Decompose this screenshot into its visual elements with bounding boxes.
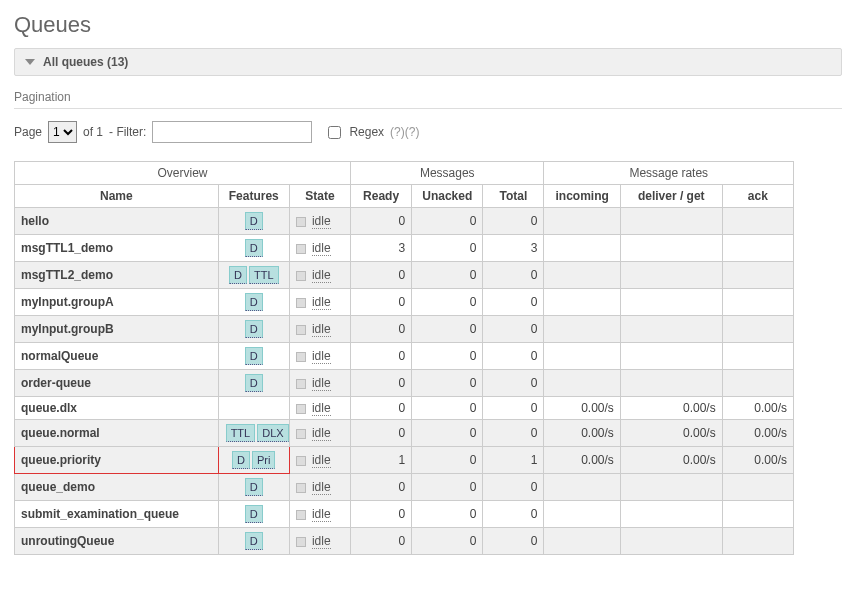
table-row[interactable]: order-queueDidle000 (15, 370, 794, 397)
cell-total: 3 (483, 235, 544, 262)
filter-input[interactable] (152, 121, 312, 143)
cell-deliver_get: 0.00/s (620, 420, 722, 447)
state-indicator-icon (296, 217, 306, 227)
state-indicator-icon (296, 456, 306, 466)
divider (14, 108, 842, 109)
table-row[interactable]: myInput.groupBDidle000 (15, 316, 794, 343)
queue-name[interactable]: queue.priority (15, 447, 219, 474)
queue-name[interactable]: normalQueue (15, 343, 219, 370)
cell-incoming (544, 208, 620, 235)
cell-ready: 3 (351, 235, 412, 262)
cell-deliver_get (620, 208, 722, 235)
cell-ack (722, 528, 793, 555)
state-indicator-icon (296, 244, 306, 254)
cell-ack: 0.00/s (722, 397, 793, 420)
feature-badge: D (245, 212, 263, 230)
col-name[interactable]: Name (15, 185, 219, 208)
state-text: idle (312, 480, 331, 495)
queue-state: idle (289, 262, 350, 289)
queue-name[interactable]: msgTTL2_demo (15, 262, 219, 289)
cell-ready: 0 (351, 289, 412, 316)
queue-features: D (218, 370, 289, 397)
cell-incoming (544, 528, 620, 555)
col-ready[interactable]: Ready (351, 185, 412, 208)
feature-badge: D (245, 347, 263, 365)
cell-ack: 0.00/s (722, 447, 793, 474)
queue-state: idle (289, 528, 350, 555)
table-row[interactable]: myInput.groupADidle000 (15, 289, 794, 316)
page-title: Queues (14, 12, 842, 38)
feature-badge: Pri (252, 451, 275, 469)
cell-incoming (544, 235, 620, 262)
col-features[interactable]: Features (218, 185, 289, 208)
cell-total: 0 (483, 528, 544, 555)
queue-name[interactable]: msgTTL1_demo (15, 235, 219, 262)
chevron-down-icon (25, 59, 35, 65)
cell-incoming (544, 316, 620, 343)
table-row[interactable]: msgTTL2_demoDTTLidle000 (15, 262, 794, 289)
queue-name[interactable]: submit_examination_queue (15, 501, 219, 528)
state-text: idle (312, 322, 331, 337)
cell-total: 0 (483, 262, 544, 289)
state-text: idle (312, 349, 331, 364)
table-row[interactable]: submit_examination_queueDidle000 (15, 501, 794, 528)
table-row[interactable]: queue.priorityDPriidle1010.00/s0.00/s0.0… (15, 447, 794, 474)
cell-unacked: 0 (412, 370, 483, 397)
page-select[interactable]: 1 (48, 121, 77, 143)
cell-total: 1 (483, 447, 544, 474)
cell-total: 0 (483, 343, 544, 370)
cell-unacked: 0 (412, 289, 483, 316)
cell-deliver_get (620, 316, 722, 343)
cell-incoming (544, 262, 620, 289)
col-ack[interactable]: ack (722, 185, 793, 208)
cell-deliver_get (620, 474, 722, 501)
feature-badge: D (245, 478, 263, 496)
queue-features: D (218, 208, 289, 235)
cell-ready: 0 (351, 528, 412, 555)
filter-label: - Filter: (109, 125, 146, 139)
feature-badge: D (245, 320, 263, 338)
cell-incoming: 0.00/s (544, 397, 620, 420)
cell-ready: 0 (351, 397, 412, 420)
feature-badge: TTL (226, 424, 256, 442)
col-incoming[interactable]: incoming (544, 185, 620, 208)
page-label: Page (14, 125, 42, 139)
queue-name[interactable]: hello (15, 208, 219, 235)
table-row[interactable]: unroutingQueueDidle000 (15, 528, 794, 555)
queue-name[interactable]: queue_demo (15, 474, 219, 501)
queue-state: idle (289, 474, 350, 501)
regex-checkbox[interactable] (328, 126, 341, 139)
queue-state: idle (289, 235, 350, 262)
col-unacked[interactable]: Unacked (412, 185, 483, 208)
queue-name[interactable]: order-queue (15, 370, 219, 397)
table-row[interactable]: helloDidle000 (15, 208, 794, 235)
queue-name[interactable]: unroutingQueue (15, 528, 219, 555)
queue-state: idle (289, 447, 350, 474)
queue-name[interactable]: queue.dlx (15, 397, 219, 420)
cell-total: 0 (483, 289, 544, 316)
table-row[interactable]: normalQueueDidle000 (15, 343, 794, 370)
table-row[interactable]: msgTTL1_demoDidle303 (15, 235, 794, 262)
queue-name[interactable]: queue.normal (15, 420, 219, 447)
feature-badge: D (245, 532, 263, 550)
cell-incoming (544, 474, 620, 501)
queue-name[interactable]: myInput.groupB (15, 316, 219, 343)
cell-unacked: 0 (412, 474, 483, 501)
col-deliver-get[interactable]: deliver / get (620, 185, 722, 208)
col-state[interactable]: State (289, 185, 350, 208)
table-row[interactable]: queue_demoDidle000 (15, 474, 794, 501)
state-text: idle (312, 453, 331, 468)
cell-total: 0 (483, 397, 544, 420)
queue-name[interactable]: myInput.groupA (15, 289, 219, 316)
all-queues-accordion[interactable]: All queues (13) (14, 48, 842, 76)
col-total[interactable]: Total (483, 185, 544, 208)
cell-ready: 1 (351, 447, 412, 474)
cell-ack: 0.00/s (722, 420, 793, 447)
queue-features: D (218, 501, 289, 528)
state-text: idle (312, 426, 331, 441)
cell-ready: 0 (351, 474, 412, 501)
group-message-rates: Message rates (544, 162, 794, 185)
table-row[interactable]: queue.normalTTLDLXidle0000.00/s0.00/s0.0… (15, 420, 794, 447)
table-row[interactable]: queue.dlxidle0000.00/s0.00/s0.00/s (15, 397, 794, 420)
queues-table: Overview Messages Message rates Name Fea… (14, 161, 794, 555)
